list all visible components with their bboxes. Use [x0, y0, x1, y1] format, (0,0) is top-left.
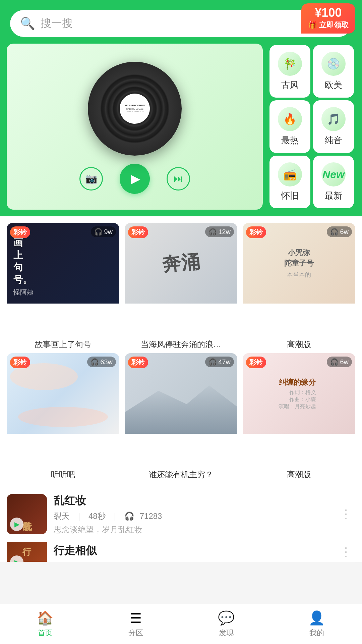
card3-tag: 彩铃 [246, 226, 266, 238]
song2-thumb-text: 行 [22, 546, 31, 558]
headphone-icon5: 🎧 [208, 358, 217, 366]
mine-label: 我的 [309, 628, 324, 638]
zone-icon: ☰ [130, 610, 142, 626]
card4-title: 听听吧 [7, 469, 119, 480]
card4-tag: 彩铃 [10, 357, 30, 368]
card2-title: 当海风停驻奔涌的浪… [125, 339, 237, 350]
headphone-icon3: 🎧 [330, 228, 339, 236]
cloud1 [18, 407, 108, 427]
category-chunyin[interactable]: 🎵 纯音 [313, 100, 354, 153]
card1-author: 怪阿姨 [13, 288, 113, 297]
play-button[interactable]: ▶ [120, 164, 150, 194]
zuire-icon: 🔥 [283, 113, 297, 125]
mountain-shape [125, 380, 237, 434]
card1-song-title-visual: 画上句号。 [13, 237, 113, 286]
song2-more-button[interactable]: ⋮ [337, 542, 355, 562]
coupon-action: 🎁 立即领取 [308, 20, 349, 30]
vinyl-record: MCA RECORDS CARRIE LUCAS DANCE WITH YOU [88, 62, 182, 156]
zuire-icon-wrap: 🔥 [278, 107, 302, 131]
oumei-icon-wrap: 💿 [321, 52, 346, 76]
nav-zone[interactable]: ☰ 分区 [90, 610, 181, 638]
oumei-label: 欧美 [325, 79, 342, 91]
category-gufeng[interactable]: 🎋 古风 [269, 45, 310, 98]
chunyin-label: 纯音 [325, 135, 342, 146]
search-icon: 🔍 [20, 16, 35, 31]
song1-desc: 思念谈绝望，岁月乱红妆 [54, 524, 330, 535]
category-zuire[interactable]: 🔥 最热 [269, 100, 310, 153]
discover-label: 发现 [219, 628, 234, 638]
gufeng-icon-wrap: 🎋 [278, 52, 302, 76]
next-button[interactable]: ⏭ [167, 167, 190, 191]
song1-more-button[interactable]: ⋮ [337, 504, 355, 525]
card3-visual-text: 小咒弥陀童子号 [284, 248, 314, 269]
category-oumei[interactable]: 💿 欧美 [313, 45, 354, 98]
card6-text: 纠缠的缘分 [279, 377, 319, 388]
song-card-5[interactable]: 彩铃 🎧 47w 谁还能有机主穷？ [125, 353, 237, 480]
card2-calligraphy: 奔涌 [161, 249, 201, 277]
song-card-3[interactable]: 小咒弥陀童子号 本当本的 彩铃 🎧 6w 高潮版 [243, 223, 355, 350]
zuire-label: 最热 [281, 135, 299, 146]
huaijiu-label: 怀旧 [281, 190, 299, 202]
song-card-4[interactable]: 彩铃 🎧 63w 听听吧 [7, 353, 119, 480]
category-grid: 🎋 古风 💿 欧美 🔥 最热 🎵 纯音 📻 [268, 44, 355, 210]
song-cards-row1: 画上句号。 怪阿姨 彩铃 🎧 9w 故事画上了句号 奔涌 彩铃 🎧 12w [0, 216, 362, 357]
gift-icon: 🎁 [308, 21, 317, 30]
next-icon: ⏭ [174, 173, 183, 184]
player-controls: 📷 ▶ ⏭ [79, 164, 190, 194]
song2-title: 行走相似 [54, 543, 330, 558]
song-list-item-2[interactable]: 行 ▶ 行走相似 ⋮ [7, 542, 355, 562]
song1-title: 乱红妆 [54, 493, 330, 508]
discover-icon: 💬 [218, 610, 235, 626]
header: 🔍 搜一搜 ¥100 🎁 立即领取 [0, 0, 362, 44]
song-card-6[interactable]: 纠缠的缘分 作词：格义作曲：小森演唱：月亮炒趣 彩铃 🎧 6w 高潮版 [243, 353, 355, 480]
oumei-icon: 💿 [327, 57, 340, 70]
card4-plays: 🎧 63w [87, 357, 116, 367]
zuixin-label: 最新 [325, 190, 342, 202]
vinyl-label-brand: MCA RECORDS [125, 104, 145, 107]
search-bar[interactable]: 🔍 搜一搜 [10, 10, 352, 37]
card5-plays: 🎧 47w [205, 357, 234, 367]
card1-plays: 🎧 9w [91, 226, 116, 237]
song2-info: 行走相似 [54, 543, 330, 561]
zone-label: 分区 [128, 628, 143, 638]
category-huaijiu[interactable]: 📻 怀旧 [269, 156, 310, 208]
nav-discover[interactable]: 💬 发现 [181, 610, 272, 638]
sep1: ｜ [75, 511, 83, 522]
chunyin-icon: 🎵 [327, 113, 340, 125]
card3-sub: 本当本的 [287, 271, 311, 279]
song1-info: 乱红妆 裂天 ｜ 48秒 ｜ 🎧 71283 思念谈绝望，岁月乱红妆 [54, 493, 330, 535]
headphone-icon4: 🎧 [90, 358, 99, 366]
song1-plays: 71283 [140, 512, 162, 521]
card2-tag: 彩铃 [128, 226, 148, 238]
card6-plays: 🎧 6w [327, 357, 352, 367]
card1-tag: 彩铃 [10, 226, 30, 238]
song-list: 乱红妆 ▶ 乱红妆 裂天 ｜ 48秒 ｜ 🎧 71283 思念谈绝望，岁月乱红妆… [0, 487, 362, 562]
category-zuixin[interactable]: New 最新 [313, 156, 354, 208]
card6-credits: 作词：格义作曲：小森演唱：月亮炒趣 [279, 389, 319, 410]
vinyl-player: MCA RECORDS CARRIE LUCAS DANCE WITH YOU … [7, 44, 263, 210]
gufeng-icon: 🎋 [283, 57, 297, 70]
headphone-icon2: 🎧 [208, 228, 217, 236]
card5-tag: 彩铃 [128, 357, 148, 368]
camera-button[interactable]: 📷 [79, 167, 103, 191]
headphone-icon-list1: 🎧 [124, 512, 134, 521]
zuixin-icon-wrap: New [321, 162, 346, 186]
song2-thumbnail: 行 ▶ [7, 542, 47, 562]
chunyin-icon-wrap: 🎵 [321, 107, 346, 131]
vinyl-label: MCA RECORDS CARRIE LUCAS DANCE WITH YOU [120, 94, 150, 124]
camera-icon: 📷 [85, 173, 97, 184]
coupon-banner[interactable]: ¥100 🎁 立即领取 [301, 3, 355, 34]
home-label: 首页 [38, 628, 53, 638]
coupon-amount: ¥100 [308, 7, 349, 19]
card3-plays: 🎧 6w [327, 226, 352, 237]
song-card-2[interactable]: 奔涌 彩铃 🎧 12w 当海风停驻奔涌的浪… [125, 223, 237, 350]
nav-home[interactable]: 🏠 首页 [0, 610, 90, 638]
nav-mine[interactable]: 👤 我的 [272, 610, 362, 638]
card6-title: 高潮版 [243, 469, 355, 480]
search-placeholder-text: 搜一搜 [41, 16, 73, 31]
home-icon: 🏠 [37, 610, 54, 626]
song-card-1[interactable]: 画上句号。 怪阿姨 彩铃 🎧 9w 故事画上了句号 [7, 223, 119, 350]
song-list-item-1[interactable]: 乱红妆 ▶ 乱红妆 裂天 ｜ 48秒 ｜ 🎧 71283 思念谈绝望，岁月乱红妆… [7, 487, 355, 542]
song1-duration: 48秒 [88, 511, 106, 522]
card3-title: 高潮版 [243, 339, 355, 350]
